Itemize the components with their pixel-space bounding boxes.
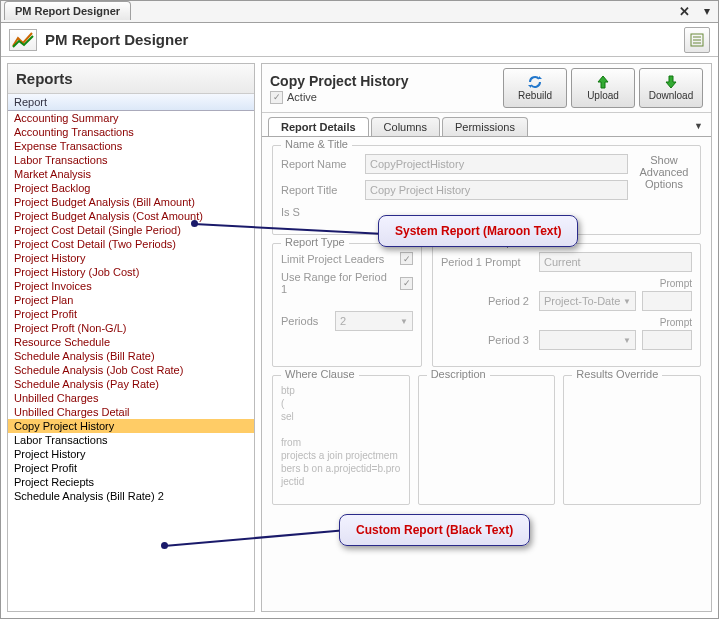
page-title: PM Report Designer [45, 31, 188, 48]
svg-marker-7 [666, 76, 676, 88]
active-checkbox-row[interactable]: ✓ Active [270, 91, 499, 104]
report-item[interactable]: Project Backlog [8, 181, 254, 195]
callout-anchor [191, 220, 198, 227]
window-tab-row: PM Report Designer ✕ ▾ [1, 1, 718, 23]
upload-icon [596, 75, 610, 89]
report-type-section: Report Type Limit Project Leaders ✓ Use … [272, 243, 422, 367]
is-summary-label: Is S [281, 206, 359, 218]
download-icon [664, 75, 678, 89]
upload-button[interactable]: Upload [571, 68, 635, 108]
report-item[interactable]: Resource Schedule [8, 335, 254, 349]
reports-panel: Reports Report Accounting SummaryAccount… [7, 63, 255, 612]
period2-prompt-field[interactable] [642, 291, 692, 311]
report-item[interactable]: Copy Project History [8, 419, 254, 433]
chevron-down-icon: ▼ [623, 297, 631, 306]
tab-overflow-icon[interactable]: ▼ [694, 121, 703, 131]
name-title-legend: Name & Title [281, 138, 352, 150]
tab-permissions[interactable]: Permissions [442, 117, 528, 136]
show-advanced-options[interactable]: Show Advanced Options [636, 154, 692, 224]
report-item[interactable]: Labor Transactions [8, 153, 254, 167]
period3-prompt-field[interactable] [642, 330, 692, 350]
chevron-down-icon: ▼ [400, 317, 408, 326]
reports-header: Reports [8, 64, 254, 94]
report-title-label: Report Title [281, 184, 359, 196]
report-column-header[interactable]: Report [8, 94, 254, 111]
callout-anchor [161, 542, 168, 549]
custom-report-callout: Custom Report (Black Text) [339, 514, 530, 546]
report-name-label: Report Name [281, 158, 359, 170]
tab-report-details[interactable]: Report Details [268, 117, 369, 136]
report-item[interactable]: Project Plan [8, 293, 254, 307]
tab-columns[interactable]: Columns [371, 117, 440, 136]
report-type-legend: Report Type [281, 236, 349, 248]
period3-prompt-label: Prompt [441, 317, 692, 328]
periods-select[interactable]: 2▼ [335, 311, 413, 331]
header-bar: PM Report Designer [1, 23, 718, 57]
period1-field[interactable] [539, 252, 692, 272]
svg-marker-5 [528, 85, 531, 88]
report-item[interactable]: Labor Transactions [8, 433, 254, 447]
detail-header: Copy Project History ✓ Active Rebuild Up… [262, 64, 711, 113]
report-item[interactable]: Unbilled Charges Detail [8, 405, 254, 419]
app-icon [9, 29, 37, 51]
report-item[interactable]: Project Profit [8, 461, 254, 475]
report-item[interactable]: Accounting Transactions [8, 125, 254, 139]
periods-label: Periods [281, 315, 329, 327]
report-item[interactable]: Project Cost Detail (Two Periods) [8, 237, 254, 251]
period3-select[interactable]: ▼ [539, 330, 636, 350]
report-item[interactable]: Project Budget Analysis (Cost Amount) [8, 209, 254, 223]
report-item[interactable]: Project History (Job Cost) [8, 265, 254, 279]
report-item[interactable]: Schedule Analysis (Job Cost Rate) [8, 363, 254, 377]
report-item[interactable]: Project Budget Analysis (Bill Amount) [8, 195, 254, 209]
svg-marker-4 [539, 76, 542, 79]
refresh-icon [527, 75, 543, 89]
description-section: Description [418, 375, 556, 505]
detail-tabs: Report Details Columns Permissions ▼ [262, 113, 711, 137]
report-item[interactable]: Project Invoices [8, 279, 254, 293]
report-item[interactable]: Schedule Analysis (Bill Rate) [8, 349, 254, 363]
period2-prompt-label: Prompt [441, 278, 692, 289]
where-clause-legend: Where Clause [281, 368, 359, 380]
detail-title: Copy Project History [270, 73, 499, 89]
rebuild-button[interactable]: Rebuild [503, 68, 567, 108]
limit-leaders-checkbox[interactable]: ✓ [400, 252, 413, 265]
period3-label: Period 3 [441, 334, 533, 346]
report-list-wrap: Report Accounting SummaryAccounting Tran… [8, 94, 254, 611]
report-item[interactable]: Project Profit [8, 307, 254, 321]
use-range-label: Use Range for Period 1 [281, 271, 394, 295]
where-clause-section: Where Clause btp ( sel from projects a j… [272, 375, 410, 505]
report-item[interactable]: Project History [8, 251, 254, 265]
report-item[interactable]: Project Reciepts [8, 475, 254, 489]
limit-leaders-label: Limit Project Leaders [281, 253, 394, 265]
window-tab[interactable]: PM Report Designer [4, 1, 131, 20]
svg-marker-6 [598, 76, 608, 88]
results-override-section: Results Override [563, 375, 701, 505]
active-label: Active [287, 91, 317, 103]
pin-icon[interactable]: ▾ [704, 4, 710, 18]
report-item[interactable]: Unbilled Charges [8, 391, 254, 405]
close-icon[interactable]: ✕ [679, 4, 690, 19]
report-title-field[interactable] [365, 180, 628, 200]
system-report-callout: System Report (Maroon Text) [378, 215, 578, 247]
report-item[interactable]: Schedule Analysis (Pay Rate) [8, 377, 254, 391]
document-icon [690, 33, 704, 47]
chevron-down-icon: ▼ [623, 336, 631, 345]
report-item[interactable]: Expense Transactions [8, 139, 254, 153]
report-item[interactable]: Project History [8, 447, 254, 461]
period2-label: Period 2 [441, 295, 533, 307]
period2-select[interactable]: Project-To-Date▼ [539, 291, 636, 311]
download-button[interactable]: Download [639, 68, 703, 108]
description-legend: Description [427, 368, 490, 380]
report-item[interactable]: Market Analysis [8, 167, 254, 181]
report-list[interactable]: Accounting SummaryAccounting Transaction… [8, 111, 254, 610]
active-checkbox[interactable]: ✓ [270, 91, 283, 104]
options-button[interactable] [684, 27, 710, 53]
report-item[interactable]: Schedule Analysis (Bill Rate) 2 [8, 489, 254, 503]
report-item[interactable]: Project Proft (Non-G/L) [8, 321, 254, 335]
report-name-field[interactable] [365, 154, 628, 174]
use-range-checkbox[interactable]: ✓ [400, 277, 413, 290]
period-prompts-section: Period Prompts Period 1 Prompt Prompt Pe… [432, 243, 701, 367]
period1-label: Period 1 Prompt [441, 256, 533, 268]
report-item[interactable]: Accounting Summary [8, 111, 254, 125]
where-clause-text[interactable]: btp ( sel from projects a join projectme… [281, 384, 401, 488]
